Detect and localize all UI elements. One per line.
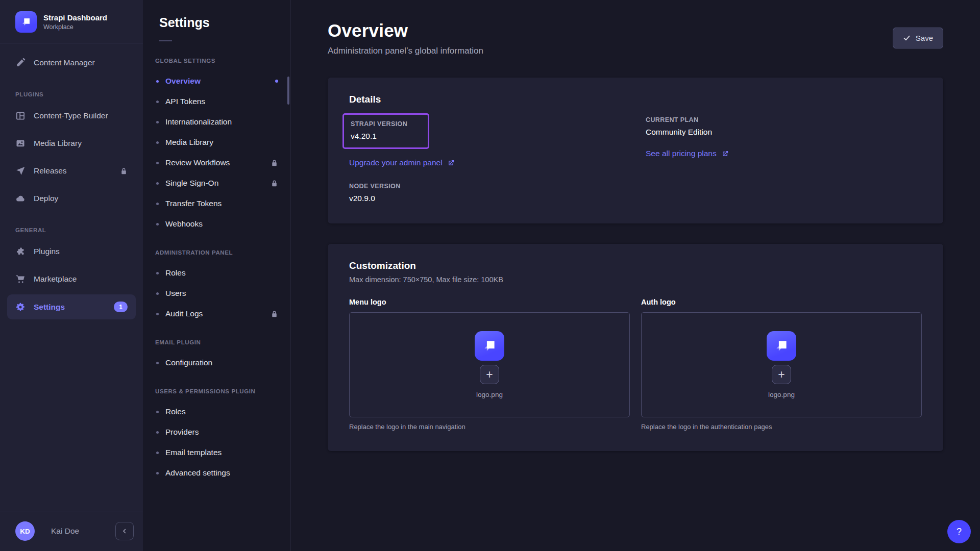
sidebar-item-media-library[interactable]: Media Library: [7, 131, 136, 156]
nav-section-plugins: PLUGINS: [7, 78, 136, 104]
settings-nav-item-audit-logs[interactable]: Audit Logs: [143, 304, 290, 324]
customization-card: Customization Max dimension: 750×750, Ma…: [328, 244, 943, 451]
settings-nav-item-configuration[interactable]: Configuration: [143, 353, 290, 373]
save-button-label: Save: [916, 34, 933, 42]
sidebar-item-content-manager[interactable]: Content Manager: [7, 51, 136, 75]
settings-nav-item-transfer-tokens[interactable]: Transfer Tokens: [143, 193, 290, 214]
workspace-brand[interactable]: Strapi Dashboard Workplace: [0, 0, 143, 43]
sidebar-item-marketplace[interactable]: Marketplace: [7, 267, 136, 291]
bullet-icon: [156, 272, 159, 274]
settings-nav-label: Users: [165, 289, 186, 298]
settings-nav-label: Audit Logs: [165, 309, 203, 318]
sidebar-item-label: Settings: [34, 303, 65, 312]
collapse-sidebar-button[interactable]: [115, 522, 134, 540]
settings-nav-item-advanced-settings[interactable]: Advanced settings: [143, 463, 290, 483]
gear-icon: [15, 302, 26, 312]
details-card-title: Details: [349, 94, 922, 105]
nav-section-general: GENERAL: [7, 214, 136, 239]
sidebar-item-releases[interactable]: Releases: [7, 159, 136, 183]
settings-nav-label: Email templates: [165, 448, 222, 457]
bullet-icon: [156, 223, 159, 226]
auth-logo-label: Auth logo: [641, 298, 922, 306]
current-plan-value: Community Edition: [646, 128, 922, 137]
save-button[interactable]: Save: [893, 28, 943, 48]
workspace-title: Strapi Dashboard: [43, 13, 107, 22]
add-logo-button[interactable]: +: [480, 365, 499, 384]
bullet-icon: [156, 313, 159, 315]
auth-logo-filename: logo.png: [768, 391, 795, 398]
scrollbar-thumb[interactable]: [287, 77, 289, 105]
sidebar-item-settings[interactable]: Settings 1: [7, 294, 136, 319]
strapi-logo-icon: [475, 331, 504, 361]
settings-nav-item-roles-admin[interactable]: Roles: [143, 263, 290, 283]
settings-nav-item-email-templates[interactable]: Email templates: [143, 442, 290, 463]
cart-icon: [15, 274, 26, 284]
settings-nav-label: Webhooks: [165, 219, 203, 229]
pen-icon: [15, 58, 26, 68]
settings-nav-item-webhooks[interactable]: Webhooks: [143, 214, 290, 234]
bullet-icon: [156, 411, 159, 413]
settings-nav-item-internationalization[interactable]: Internationalization: [143, 112, 290, 132]
settings-nav-item-api-tokens[interactable]: API Tokens: [143, 91, 290, 112]
strapi-logo-icon: [767, 331, 796, 361]
sidebar-item-label: Plugins: [34, 247, 60, 256]
settings-section-users-permissions: USERS & PERMISSIONS PLUGIN: [143, 373, 290, 402]
strapi-version-highlight: STRAPI VERSION v4.20.1: [342, 113, 429, 149]
check-icon: [903, 34, 911, 42]
page-title: Overview: [328, 20, 483, 41]
sidebar-item-plugins[interactable]: Plugins: [7, 239, 136, 264]
settings-nav-label: Transfer Tokens: [165, 199, 222, 208]
bullet-icon: [156, 292, 159, 295]
settings-nav-item-roles-up[interactable]: Roles: [143, 402, 290, 422]
puzzle-icon: [15, 246, 26, 257]
settings-nav-title: Settings: [143, 0, 290, 30]
chevron-left-icon: [121, 528, 128, 535]
sidebar-item-label: Releases: [34, 166, 67, 176]
avatar: KD: [15, 521, 35, 541]
settings-nav-item-users[interactable]: Users: [143, 283, 290, 304]
settings-nav-item-providers[interactable]: Providers: [143, 422, 290, 442]
settings-badge: 1: [114, 302, 128, 312]
settings-nav-label: Overview: [165, 77, 201, 86]
sidebar-item-label: Marketplace: [34, 274, 77, 284]
auth-logo-caption: Replace the logo in the authentication p…: [641, 423, 922, 431]
settings-sidebar: Settings GLOBAL SETTINGS Overview API To…: [143, 0, 291, 551]
lock-icon: [271, 159, 278, 167]
settings-nav-item-single-sign-on[interactable]: Single Sign-On: [143, 173, 290, 193]
main-sidebar: Strapi Dashboard Workplace Content Manag…: [0, 0, 143, 551]
strapi-version-value: v4.20.1: [351, 132, 407, 141]
settings-nav-label: API Tokens: [165, 97, 205, 106]
add-logo-button[interactable]: +: [772, 365, 791, 384]
sidebar-item-deploy[interactable]: Deploy: [7, 186, 136, 211]
sidebar-item-label: Content Manager: [34, 58, 95, 67]
sidebar-item-label: Content-Type Builder: [34, 111, 108, 120]
details-card: Details STRAPI VERSION v4.20.1 Upgrade y…: [328, 78, 943, 223]
image-icon: [15, 138, 26, 148]
strapi-version-label: STRAPI VERSION: [351, 120, 407, 128]
upgrade-admin-panel-link[interactable]: Upgrade your admin panel: [349, 158, 455, 167]
node-version-label: NODE VERSION: [349, 183, 625, 190]
settings-nav-label: Review Workflows: [165, 158, 230, 167]
sidebar-item-content-type-builder[interactable]: Content-Type Builder: [7, 104, 136, 128]
workspace-subtitle: Workplace: [43, 23, 107, 31]
settings-nav-label: Internationalization: [165, 117, 232, 127]
bullet-icon: [156, 203, 159, 205]
bullet-icon: [156, 141, 159, 144]
bullet-icon: [156, 182, 159, 185]
pricing-plans-link[interactable]: See all pricing plans: [646, 149, 729, 158]
settings-nav-label: Providers: [165, 428, 199, 437]
external-link-icon: [447, 159, 455, 167]
user-menu[interactable]: KD Kai Doe: [0, 512, 143, 551]
lock-icon: [271, 310, 278, 318]
lock-icon: [120, 167, 128, 175]
menu-logo-upload-area[interactable]: + logo.png: [349, 312, 630, 417]
settings-nav-item-overview[interactable]: Overview: [143, 71, 290, 91]
auth-logo-upload-area[interactable]: + logo.png: [641, 312, 922, 417]
bullet-icon: [156, 362, 159, 364]
menu-logo-caption: Replace the logo in the main navigation: [349, 423, 630, 431]
sidebar-item-label: Deploy: [34, 194, 58, 203]
settings-nav-item-review-workflows[interactable]: Review Workflows: [143, 153, 290, 173]
help-button[interactable]: ?: [947, 520, 971, 543]
settings-nav-item-media-library[interactable]: Media Library: [143, 132, 290, 153]
bullet-icon: [156, 101, 159, 103]
